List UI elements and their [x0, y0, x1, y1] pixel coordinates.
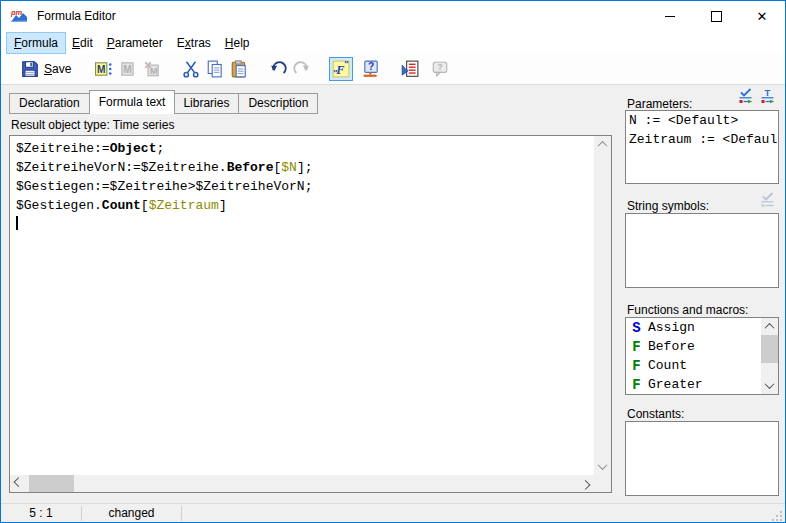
status-separator	[181, 506, 182, 521]
parameter-item[interactable]: N := <Default>	[626, 111, 778, 130]
edit-macro-button[interactable]: M	[116, 57, 140, 81]
undo-icon	[269, 60, 287, 78]
toolbar: Save M M M	[1, 54, 785, 85]
undo-button[interactable]	[266, 57, 290, 81]
vertical-scroll-thumb[interactable]	[761, 335, 778, 363]
menu-edit[interactable]: Edit	[65, 33, 100, 53]
code-area[interactable]: $Zeitreihe:=Object;$ZeitreiheVorN:=$Zeit…	[10, 136, 594, 475]
save-label: Save	[44, 62, 71, 76]
code-line-2: $ZeitreiheVorN:=$Zeitreihe.Before[$N];	[16, 158, 594, 177]
menu-help[interactable]: Help	[218, 33, 257, 53]
functions-and-macros-list[interactable]: SAssignFBeforeFCountFGreater	[625, 317, 779, 395]
menu-parameter[interactable]: Parameter	[100, 33, 170, 53]
function-type-icon: F	[630, 339, 643, 355]
function-item-greater[interactable]: FGreater	[626, 375, 761, 394]
paste-button[interactable]	[227, 57, 251, 81]
tab-libraries[interactable]: Libraries	[174, 93, 239, 114]
resize-grip[interactable]	[772, 510, 782, 520]
tab-strip: DeclarationFormula textLibrariesDescript…	[9, 90, 318, 114]
function-item-before[interactable]: FBefore	[626, 337, 761, 356]
svg-text:?: ?	[368, 61, 374, 72]
maximize-button[interactable]	[693, 1, 739, 31]
functions-scrollbar[interactable]	[761, 318, 778, 394]
chevron-down-icon	[765, 379, 775, 389]
chevron-down-icon	[598, 460, 608, 470]
svg-text:M: M	[97, 64, 105, 75]
parameters-label: Parameters:	[627, 97, 692, 111]
scroll-down-button[interactable]	[594, 458, 611, 475]
cut-button[interactable]	[179, 57, 203, 81]
string-symbols-label: String symbols:	[627, 199, 709, 213]
check-formula-icon	[401, 60, 419, 78]
formula-editor-window: pm Formula Editor ✕ FormulaEditParameter…	[0, 0, 786, 523]
result-object-type-label: Result object type: Time series	[11, 118, 174, 132]
tab-declaration[interactable]: Declaration	[9, 93, 90, 114]
svg-text:": "	[345, 60, 349, 69]
delete-macro-button[interactable]: M	[140, 57, 164, 81]
redo-icon	[293, 60, 311, 78]
function-wizard-button[interactable]: F " "	[329, 57, 353, 81]
parameter-item[interactable]: Zeitraum := <Default>	[626, 130, 778, 149]
editor-horizontal-scrollbar[interactable]	[10, 475, 594, 492]
modified-status: changed	[82, 504, 181, 523]
formula-text-editor[interactable]: $Zeitreihe:=Object;$ZeitreiheVorN:=$Zeit…	[9, 135, 612, 493]
scroll-right-button[interactable]	[577, 475, 594, 492]
chevron-right-icon	[581, 480, 591, 490]
check-formula-button[interactable]	[398, 57, 422, 81]
code-line-4: $Gestiegen.Count[$Zeitraum]	[16, 196, 594, 215]
scroll-up-button[interactable]	[594, 136, 611, 153]
pm-logo-icon: pm	[10, 8, 28, 24]
menu-formula[interactable]: Formula	[7, 33, 65, 53]
horizontal-scroll-thumb[interactable]	[29, 475, 74, 492]
constants-label: Constants:	[627, 407, 684, 421]
help-button[interactable]: ?	[428, 57, 452, 81]
help-icon: ?	[431, 60, 449, 78]
close-icon: ✕	[757, 10, 768, 23]
save-button[interactable]: Save	[15, 57, 77, 81]
window-title: Formula Editor	[37, 9, 116, 23]
text-caret	[16, 216, 18, 230]
title-bar: pm Formula Editor ✕	[1, 1, 785, 31]
save-icon	[21, 60, 39, 78]
cut-icon	[182, 60, 200, 78]
function-type-icon: S	[630, 320, 643, 336]
context-help-button[interactable]: ?	[359, 57, 383, 81]
context-help-icon: ?	[362, 60, 380, 78]
svg-text:": "	[334, 68, 338, 78]
constants-list[interactable]	[625, 421, 779, 496]
svg-text:?: ?	[438, 62, 444, 72]
copy-button[interactable]	[203, 57, 227, 81]
menu-bar: FormulaEditParameterExtrasHelp	[1, 31, 785, 54]
delete-macro-icon: M	[143, 60, 161, 78]
string-symbols-list[interactable]	[625, 213, 779, 288]
tab-description[interactable]: Description	[239, 93, 318, 114]
scroll-up-button[interactable]	[761, 318, 778, 335]
text-parameters-icon[interactable]: T	[758, 87, 776, 104]
svg-text:T: T	[764, 88, 770, 98]
minimize-button[interactable]	[647, 1, 693, 31]
code-line-1: $Zeitreihe:=Object;	[16, 139, 594, 158]
new-macro-button[interactable]: M	[92, 57, 116, 81]
scroll-left-button[interactable]	[10, 475, 27, 492]
chevron-up-icon	[598, 141, 608, 151]
status-bar: 5 : 1 changed	[1, 503, 785, 523]
redo-button[interactable]	[290, 57, 314, 81]
paste-icon	[230, 60, 248, 78]
string-symbols-check-icon[interactable]	[758, 191, 776, 208]
parameters-list[interactable]: N := <Default>Zeitraum := <Default>	[625, 110, 779, 184]
close-button[interactable]: ✕	[739, 1, 785, 31]
functions-and-macros-label: Functions and macros:	[627, 303, 748, 317]
editor-vertical-scrollbar[interactable]	[594, 136, 611, 475]
function-wizard-icon: F " "	[332, 60, 350, 78]
scroll-down-button[interactable]	[761, 377, 778, 394]
copy-icon	[206, 60, 224, 78]
minimize-icon	[665, 16, 675, 17]
function-type-icon: F	[630, 377, 643, 393]
function-item-assign[interactable]: SAssign	[626, 318, 761, 337]
validate-parameters-icon[interactable]	[736, 87, 754, 104]
code-line-5	[16, 215, 594, 234]
menu-extras[interactable]: Extras	[170, 33, 218, 53]
tab-formula-text[interactable]: Formula text	[89, 90, 176, 114]
edit-macro-icon: M	[119, 60, 137, 78]
function-item-count[interactable]: FCount	[626, 356, 761, 375]
